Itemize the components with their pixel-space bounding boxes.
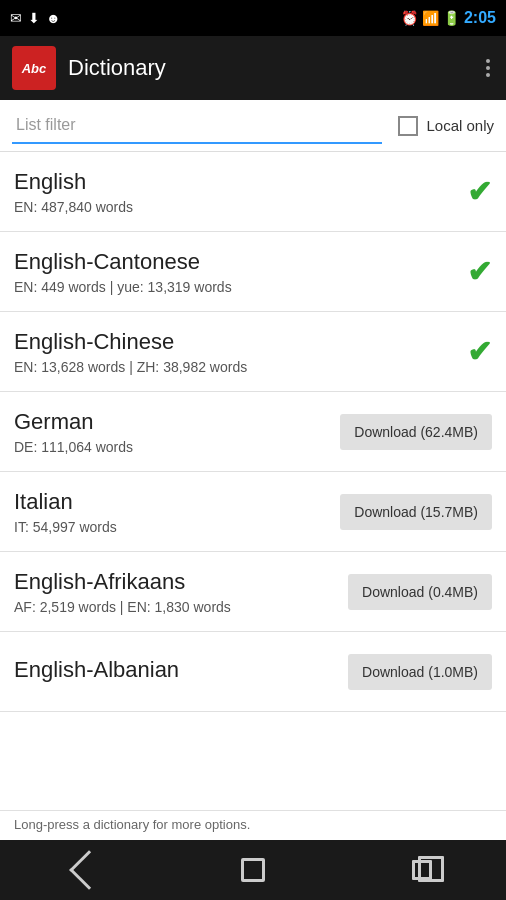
alarm-icon: ⏰ bbox=[401, 10, 418, 26]
list-item[interactable]: EnglishEN: 487,840 words✔ bbox=[0, 152, 506, 232]
home-button[interactable] bbox=[223, 850, 283, 890]
app-icon: Abc bbox=[12, 46, 56, 90]
dict-name: English-Cantonese bbox=[14, 249, 457, 275]
bottom-hint: Long-press a dictionary for more options… bbox=[0, 810, 506, 840]
download-icon: ⬇ bbox=[28, 10, 40, 26]
dict-name: Italian bbox=[14, 489, 330, 515]
dict-item-info: ItalianIT: 54,997 words bbox=[14, 489, 330, 535]
more-options-button[interactable] bbox=[482, 55, 494, 81]
list-filter-input[interactable] bbox=[12, 108, 382, 144]
downloaded-checkmark: ✔ bbox=[467, 174, 492, 209]
list-item[interactable]: English-CantoneseEN: 449 words | yue: 13… bbox=[0, 232, 506, 312]
dict-name: English bbox=[14, 169, 457, 195]
download-button[interactable]: Download (0.4MB) bbox=[348, 574, 492, 610]
app-icon-label: Abc bbox=[22, 61, 47, 76]
dict-meta: AF: 2,519 words | EN: 1,830 words bbox=[14, 599, 338, 615]
dict-meta: EN: 487,840 words bbox=[14, 199, 457, 215]
downloaded-checkmark: ✔ bbox=[467, 334, 492, 369]
dict-item-info: English-ChineseEN: 13,628 words | ZH: 38… bbox=[14, 329, 457, 375]
status-bar-right: ⏰ 📶 🔋 2:05 bbox=[401, 9, 496, 27]
back-button[interactable] bbox=[54, 850, 114, 890]
download-button[interactable]: Download (62.4MB) bbox=[340, 414, 492, 450]
dict-meta: DE: 111,064 words bbox=[14, 439, 330, 455]
list-item[interactable]: English-AfrikaansAF: 2,519 words | EN: 1… bbox=[0, 552, 506, 632]
list-item[interactable]: English-AlbanianDownload (1.0MB) bbox=[0, 632, 506, 712]
dict-meta: EN: 13,628 words | ZH: 38,982 words bbox=[14, 359, 457, 375]
filter-bar: Local only bbox=[0, 100, 506, 152]
dict-item-info: English-AfrikaansAF: 2,519 words | EN: 1… bbox=[14, 569, 338, 615]
status-bar: ✉ ⬇ ☻ ⏰ 📶 🔋 2:05 bbox=[0, 0, 506, 36]
bottom-hint-text: Long-press a dictionary for more options… bbox=[14, 817, 250, 832]
dict-item-info: English-Albanian bbox=[14, 657, 338, 687]
local-only-checkbox[interactable] bbox=[398, 116, 418, 136]
list-item[interactable]: ItalianIT: 54,997 wordsDownload (15.7MB) bbox=[0, 472, 506, 552]
android-icon: ☻ bbox=[46, 10, 61, 26]
list-item[interactable]: GermanDE: 111,064 wordsDownload (62.4MB) bbox=[0, 392, 506, 472]
dict-meta: EN: 449 words | yue: 13,319 words bbox=[14, 279, 457, 295]
back-arrow-icon bbox=[70, 850, 110, 890]
envelope-icon: ✉ bbox=[10, 10, 22, 26]
dict-name: German bbox=[14, 409, 330, 435]
signal-icon: 📶 bbox=[422, 10, 439, 26]
download-button[interactable]: Download (1.0MB) bbox=[348, 654, 492, 690]
dict-item-info: EnglishEN: 487,840 words bbox=[14, 169, 457, 215]
home-icon bbox=[241, 858, 265, 882]
dict-name: English-Afrikaans bbox=[14, 569, 338, 595]
status-time: 2:05 bbox=[464, 9, 496, 27]
status-bar-left: ✉ ⬇ ☻ bbox=[10, 10, 61, 26]
dict-meta: IT: 54,997 words bbox=[14, 519, 330, 535]
dictionary-list: EnglishEN: 487,840 words✔English-Cantone… bbox=[0, 152, 506, 810]
app-title: Dictionary bbox=[68, 55, 482, 81]
battery-icon: 🔋 bbox=[443, 10, 460, 26]
dict-item-info: GermanDE: 111,064 words bbox=[14, 409, 330, 455]
dict-item-info: English-CantoneseEN: 449 words | yue: 13… bbox=[14, 249, 457, 295]
recent-apps-icon bbox=[412, 860, 432, 880]
dict-name: English-Chinese bbox=[14, 329, 457, 355]
downloaded-checkmark: ✔ bbox=[467, 254, 492, 289]
action-bar: Abc Dictionary bbox=[0, 36, 506, 100]
list-item[interactable]: English-ChineseEN: 13,628 words | ZH: 38… bbox=[0, 312, 506, 392]
recent-apps-button[interactable] bbox=[392, 850, 452, 890]
local-only-label: Local only bbox=[426, 117, 494, 134]
download-button[interactable]: Download (15.7MB) bbox=[340, 494, 492, 530]
nav-bar bbox=[0, 840, 506, 900]
dict-name: English-Albanian bbox=[14, 657, 338, 683]
